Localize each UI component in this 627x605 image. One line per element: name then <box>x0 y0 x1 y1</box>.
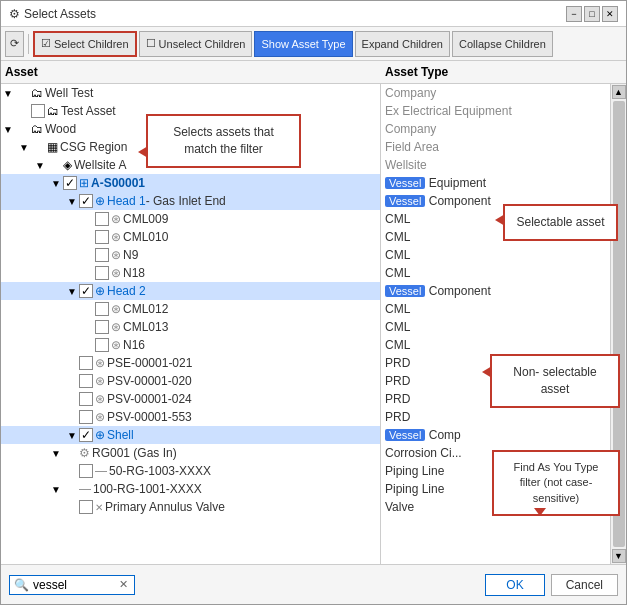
checkbox[interactable] <box>79 392 93 406</box>
checkbox[interactable]: ✓ <box>79 194 93 208</box>
vessel-badge: Vessel <box>385 429 425 441</box>
type-text: CML <box>385 248 410 262</box>
asset-icon: — <box>95 464 107 478</box>
expand-children-button[interactable]: Expand Children <box>355 31 450 57</box>
bottom-bar: 🔍 ✕ OK Cancel <box>1 564 626 604</box>
asset-label: Head 2 <box>107 284 146 298</box>
asset-icon: ⊛ <box>111 212 121 226</box>
maximize-button[interactable]: □ <box>584 6 600 22</box>
type-text: CML <box>385 212 410 226</box>
expander-icon[interactable]: ▼ <box>65 286 79 297</box>
asset-label: Wood <box>45 122 76 136</box>
asset-icon: 🗂 <box>47 104 59 118</box>
tree-row[interactable]: ▼ ✓ ⊕ Shell <box>1 426 380 444</box>
close-button[interactable]: ✕ <box>602 6 618 22</box>
main-content: Selects assets that match the filter Sel… <box>1 84 626 564</box>
tree-row[interactable]: ▶ ⊛ N16 <box>1 336 380 354</box>
unselect-children-button[interactable]: ☐ Unselect Children <box>139 31 253 57</box>
asset-icon: ⊕ <box>95 428 105 442</box>
tree-row[interactable]: ▶ ⊛ CML013 <box>1 318 380 336</box>
type-text: Ex Electrical Equipment <box>385 104 512 118</box>
collapse-children-button[interactable]: Collapse Children <box>452 31 553 57</box>
asset-icon: — <box>79 482 91 496</box>
tree-row[interactable]: ▶ 🗂 Test Asset <box>1 102 380 120</box>
expander-icon[interactable]: ▼ <box>49 484 63 495</box>
expander-icon[interactable]: ▼ <box>65 196 79 207</box>
type-row: Ex Electrical Equipment <box>381 102 610 120</box>
collapse-children-label: Collapse Children <box>459 38 546 50</box>
minimize-button[interactable]: − <box>566 6 582 22</box>
expander-icon[interactable]: ▼ <box>1 124 15 135</box>
tree-row[interactable]: ▶ ⊛ CML009 <box>1 210 380 228</box>
refresh-icon-btn[interactable]: ⟳ <box>5 31 24 57</box>
checkbox[interactable] <box>31 104 45 118</box>
search-clear-button[interactable]: ✕ <box>117 578 130 591</box>
checkbox[interactable] <box>95 248 109 262</box>
cancel-button[interactable]: Cancel <box>551 574 618 596</box>
type-row: CML <box>381 246 610 264</box>
tree-row[interactable]: ▼ ✓ ⊕ Head 2 <box>1 282 380 300</box>
tree-row[interactable]: ▶ ⊛ PSV-00001-024 <box>1 390 380 408</box>
scroll-thumb[interactable] <box>613 101 625 547</box>
checkbox[interactable] <box>95 320 109 334</box>
tree-row[interactable]: ▶ ✕ Primary Annulus Valve <box>1 498 380 516</box>
type-row: CML <box>381 336 610 354</box>
expander-icon[interactable]: ▼ <box>17 142 31 153</box>
tree-row[interactable]: ▼ ✓ ⊕ Head 1 - Gas Inlet End <box>1 192 380 210</box>
type-text: CML <box>385 266 410 280</box>
expander-icon[interactable]: ▼ <box>49 448 63 459</box>
expander-icon[interactable]: ▼ <box>1 88 15 99</box>
checkbox[interactable] <box>95 212 109 226</box>
checkbox[interactable]: ✓ <box>63 176 77 190</box>
tree-row[interactable]: ▶ — 50-RG-1003-XXXX <box>1 462 380 480</box>
scroll-up-button[interactable]: ▲ <box>612 85 626 99</box>
type-row: PRD <box>381 372 610 390</box>
checkbox[interactable] <box>95 302 109 316</box>
title-bar: ⚙ Select Assets − □ ✕ <box>1 1 626 27</box>
tree-row[interactable]: ▼ ◈ Wellsite A <box>1 156 380 174</box>
ok-button[interactable]: OK <box>485 574 544 596</box>
tree-row[interactable]: ▼ ✓ ⊞ A-S00001 <box>1 174 380 192</box>
expander-icon[interactable]: ▼ <box>65 430 79 441</box>
scroll-down-button[interactable]: ▼ <box>612 549 626 563</box>
tree-row[interactable]: ▶ ⊛ N18 <box>1 264 380 282</box>
show-asset-type-button[interactable]: Show Asset Type <box>254 31 352 57</box>
expander-icon[interactable]: ▼ <box>33 160 47 171</box>
type-row: Company <box>381 120 610 138</box>
checkbox[interactable] <box>79 410 93 424</box>
tree-row[interactable]: ▶ ⊛ PSE-00001-021 <box>1 354 380 372</box>
scrollbar[interactable]: ▲ ▼ <box>610 84 626 564</box>
tree-row[interactable]: ▼ 🗂 Wood <box>1 120 380 138</box>
checkbox[interactable] <box>79 500 93 514</box>
asset-icon: ⊕ <box>95 284 105 298</box>
select-children-button[interactable]: ☑ Select Children <box>33 31 137 57</box>
tree-row[interactable]: ▼ ⚙ RG001 (Gas In) <box>1 444 380 462</box>
search-input[interactable] <box>33 578 113 592</box>
checkbox[interactable] <box>95 338 109 352</box>
vessel-badge: Vessel <box>385 195 425 207</box>
checkbox[interactable] <box>79 374 93 388</box>
tree-row[interactable]: ▼ — 100-RG-1001-XXXX <box>1 480 380 498</box>
checkbox[interactable] <box>95 266 109 280</box>
tree-row[interactable]: ▶ ⊛ PSV-00001-020 <box>1 372 380 390</box>
checkbox[interactable] <box>95 230 109 244</box>
tree-row[interactable]: ▶ ⊛ PSV-00001-553 <box>1 408 380 426</box>
tree-row[interactable]: ▶ ⊛ CML012 <box>1 300 380 318</box>
checkbox[interactable] <box>79 356 93 370</box>
asset-icon: ⊞ <box>79 176 89 190</box>
tree-row[interactable]: ▶ ⊛ CML010 <box>1 228 380 246</box>
type-text: Piping Line <box>385 482 444 496</box>
type-row: Wellsite <box>381 156 610 174</box>
tree-row[interactable]: ▶ ⊛ N9 <box>1 246 380 264</box>
expander-icon[interactable]: ▼ <box>49 178 63 189</box>
tree-row[interactable]: ▼ 🗂 Well Test <box>1 84 380 102</box>
sep1 <box>28 34 29 54</box>
type-text: Corrosion Ci... <box>385 446 462 460</box>
type-text: Equipment <box>425 176 486 190</box>
tree-row[interactable]: ▼ ▦ CSG Region <box>1 138 380 156</box>
checkbox[interactable] <box>79 464 93 478</box>
asset-label: CML013 <box>123 320 168 334</box>
asset-label: PSV-00001-020 <box>107 374 192 388</box>
checkbox[interactable]: ✓ <box>79 428 93 442</box>
checkbox[interactable]: ✓ <box>79 284 93 298</box>
